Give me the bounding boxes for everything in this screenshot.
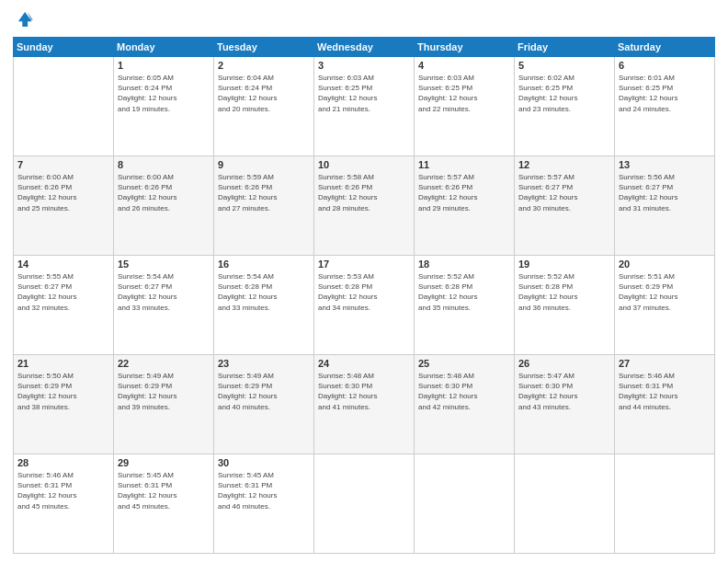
day-info: Sunrise: 5:48 AM Sunset: 6:30 PM Dayligh… [418, 371, 510, 412]
calendar-cell [515, 454, 615, 554]
calendar-cell: 6Sunrise: 6:01 AM Sunset: 6:25 PM Daylig… [615, 57, 715, 156]
calendar-cell: 29Sunrise: 5:45 AM Sunset: 6:31 PM Dayli… [114, 454, 214, 554]
day-number: 2 [218, 60, 310, 71]
calendar-cell: 13Sunrise: 5:56 AM Sunset: 6:27 PM Dayli… [615, 156, 715, 256]
calendar-cell: 12Sunrise: 5:57 AM Sunset: 6:27 PM Dayli… [515, 156, 615, 256]
day-number: 7 [17, 159, 109, 170]
day-info: Sunrise: 5:57 AM Sunset: 6:27 PM Dayligh… [518, 172, 610, 213]
day-number: 27 [619, 358, 711, 369]
day-info: Sunrise: 5:52 AM Sunset: 6:28 PM Dayligh… [418, 271, 510, 313]
day-info: Sunrise: 5:51 AM Sunset: 6:29 PM Dayligh… [619, 271, 711, 313]
day-info: Sunrise: 6:00 AM Sunset: 6:26 PM Dayligh… [118, 172, 210, 213]
calendar-cell: 3Sunrise: 6:03 AM Sunset: 6:25 PM Daylig… [314, 57, 415, 156]
day-number: 6 [619, 60, 711, 71]
day-info: Sunrise: 5:53 AM Sunset: 6:28 PM Dayligh… [318, 271, 410, 313]
day-number: 16 [218, 259, 310, 270]
day-info: Sunrise: 5:49 AM Sunset: 6:29 PM Dayligh… [218, 371, 310, 412]
day-number: 10 [318, 159, 410, 170]
day-info: Sunrise: 6:05 AM Sunset: 6:24 PM Dayligh… [118, 73, 210, 114]
day-info: Sunrise: 5:48 AM Sunset: 6:30 PM Dayligh… [318, 371, 410, 412]
calendar-week-row: 1Sunrise: 6:05 AM Sunset: 6:24 PM Daylig… [14, 57, 715, 156]
day-header-thursday: Thursday [415, 38, 515, 57]
day-info: Sunrise: 5:45 AM Sunset: 6:31 PM Dayligh… [218, 470, 310, 511]
day-number: 30 [218, 457, 310, 468]
day-info: Sunrise: 5:59 AM Sunset: 6:26 PM Dayligh… [218, 172, 310, 213]
day-number: 12 [518, 159, 610, 170]
day-number: 11 [418, 159, 510, 170]
calendar-cell: 18Sunrise: 5:52 AM Sunset: 6:28 PM Dayli… [415, 256, 515, 355]
page: SundayMondayTuesdayWednesdayThursdayFrid… [0, 0, 728, 563]
calendar-cell: 10Sunrise: 5:58 AM Sunset: 6:26 PM Dayli… [314, 156, 415, 256]
day-number: 19 [518, 259, 610, 270]
calendar-week-row: 14Sunrise: 5:55 AM Sunset: 6:27 PM Dayli… [14, 256, 715, 355]
day-info: Sunrise: 6:01 AM Sunset: 6:25 PM Dayligh… [619, 73, 711, 114]
day-info: Sunrise: 5:57 AM Sunset: 6:26 PM Dayligh… [418, 172, 510, 213]
logo [13, 9, 37, 29]
svg-marker-0 [18, 12, 32, 27]
calendar-cell: 16Sunrise: 5:54 AM Sunset: 6:28 PM Dayli… [214, 256, 314, 355]
day-info: Sunrise: 5:47 AM Sunset: 6:30 PM Dayligh… [518, 371, 610, 412]
day-number: 29 [118, 457, 210, 468]
day-number: 26 [518, 358, 610, 369]
calendar-cell: 22Sunrise: 5:49 AM Sunset: 6:29 PM Dayli… [114, 355, 214, 454]
calendar-cell [14, 57, 114, 156]
day-number: 8 [118, 159, 210, 170]
calendar-cell: 21Sunrise: 5:50 AM Sunset: 6:29 PM Dayli… [14, 355, 114, 454]
calendar-cell [314, 454, 415, 554]
calendar-cell [415, 454, 515, 554]
calendar-cell: 26Sunrise: 5:47 AM Sunset: 6:30 PM Dayli… [515, 355, 615, 454]
day-info: Sunrise: 5:54 AM Sunset: 6:27 PM Dayligh… [118, 271, 210, 313]
calendar-cell: 25Sunrise: 5:48 AM Sunset: 6:30 PM Dayli… [415, 355, 515, 454]
day-number: 21 [17, 358, 109, 369]
day-info: Sunrise: 5:46 AM Sunset: 6:31 PM Dayligh… [17, 470, 109, 511]
calendar-cell: 5Sunrise: 6:02 AM Sunset: 6:25 PM Daylig… [515, 57, 615, 156]
day-number: 18 [418, 259, 510, 270]
calendar-cell: 9Sunrise: 5:59 AM Sunset: 6:26 PM Daylig… [214, 156, 314, 256]
day-header-saturday: Saturday [615, 38, 715, 57]
day-number: 1 [118, 60, 210, 71]
day-number: 3 [318, 60, 410, 71]
day-number: 15 [118, 259, 210, 270]
day-header-sunday: Sunday [14, 38, 114, 57]
day-number: 17 [318, 259, 410, 270]
day-info: Sunrise: 6:02 AM Sunset: 6:25 PM Dayligh… [518, 73, 610, 114]
day-header-friday: Friday [515, 38, 615, 57]
day-info: Sunrise: 5:56 AM Sunset: 6:27 PM Dayligh… [619, 172, 711, 213]
calendar-cell: 27Sunrise: 5:46 AM Sunset: 6:31 PM Dayli… [615, 355, 715, 454]
day-number: 14 [17, 259, 109, 270]
header [13, 9, 715, 29]
day-info: Sunrise: 5:52 AM Sunset: 6:28 PM Dayligh… [518, 271, 610, 313]
day-number: 22 [118, 358, 210, 369]
calendar-cell [615, 454, 715, 554]
calendar-cell: 15Sunrise: 5:54 AM Sunset: 6:27 PM Dayli… [114, 256, 214, 355]
day-info: Sunrise: 5:45 AM Sunset: 6:31 PM Dayligh… [118, 470, 210, 511]
day-number: 20 [619, 259, 711, 270]
day-info: Sunrise: 5:54 AM Sunset: 6:28 PM Dayligh… [218, 271, 310, 313]
day-header-tuesday: Tuesday [214, 38, 314, 57]
calendar-week-row: 21Sunrise: 5:50 AM Sunset: 6:29 PM Dayli… [14, 355, 715, 454]
day-info: Sunrise: 5:58 AM Sunset: 6:26 PM Dayligh… [318, 172, 410, 213]
day-header-wednesday: Wednesday [314, 38, 415, 57]
day-number: 4 [418, 60, 510, 71]
day-number: 25 [418, 358, 510, 369]
day-number: 28 [17, 457, 109, 468]
day-info: Sunrise: 6:03 AM Sunset: 6:25 PM Dayligh… [418, 73, 510, 114]
calendar-cell: 7Sunrise: 6:00 AM Sunset: 6:26 PM Daylig… [14, 156, 114, 256]
day-info: Sunrise: 5:46 AM Sunset: 6:31 PM Dayligh… [619, 371, 711, 412]
day-info: Sunrise: 5:50 AM Sunset: 6:29 PM Dayligh… [17, 371, 109, 412]
day-info: Sunrise: 6:03 AM Sunset: 6:25 PM Dayligh… [318, 73, 410, 114]
calendar-cell: 23Sunrise: 5:49 AM Sunset: 6:29 PM Dayli… [214, 355, 314, 454]
calendar-cell: 28Sunrise: 5:46 AM Sunset: 6:31 PM Dayli… [14, 454, 114, 554]
day-number: 9 [218, 159, 310, 170]
day-number: 5 [518, 60, 610, 71]
calendar-cell: 8Sunrise: 6:00 AM Sunset: 6:26 PM Daylig… [114, 156, 214, 256]
calendar-header-row: SundayMondayTuesdayWednesdayThursdayFrid… [14, 38, 715, 57]
calendar-week-row: 28Sunrise: 5:46 AM Sunset: 6:31 PM Dayli… [14, 454, 715, 554]
calendar-cell: 17Sunrise: 5:53 AM Sunset: 6:28 PM Dayli… [314, 256, 415, 355]
logo-icon [13, 9, 33, 29]
day-info: Sunrise: 6:00 AM Sunset: 6:26 PM Dayligh… [17, 172, 109, 213]
calendar-cell: 1Sunrise: 6:05 AM Sunset: 6:24 PM Daylig… [114, 57, 214, 156]
calendar-cell: 14Sunrise: 5:55 AM Sunset: 6:27 PM Dayli… [14, 256, 114, 355]
calendar-cell: 30Sunrise: 5:45 AM Sunset: 6:31 PM Dayli… [214, 454, 314, 554]
calendar-cell: 24Sunrise: 5:48 AM Sunset: 6:30 PM Dayli… [314, 355, 415, 454]
